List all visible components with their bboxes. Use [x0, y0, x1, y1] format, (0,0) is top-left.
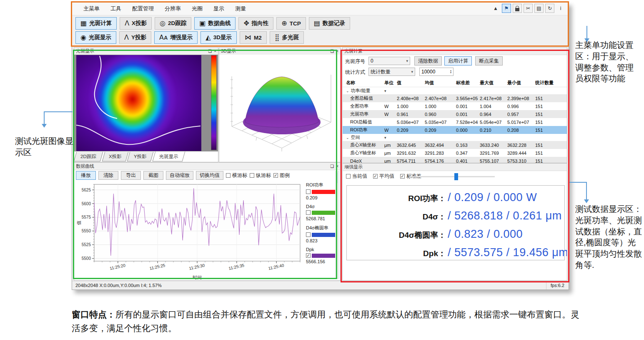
legend-bar-row	[306, 210, 338, 215]
table-row-ROI功率[interactable]: ROI功率W0.2090.2090.0000.2100.208151	[343, 126, 567, 134]
toolbar-button-X投影[interactable]: ΛX投影	[120, 17, 152, 30]
enhanced-check-平均值[interactable]: ✓平均值	[373, 173, 394, 180]
toolbar-button-3D显示[interactable]: ◭3D显示	[200, 31, 237, 44]
menu-item-配置管理[interactable]: 配置管理	[127, 3, 159, 15]
collapse-icon[interactable]: ▲	[491, 4, 500, 13]
legend-checkbox-icon[interactable]: ✓	[306, 253, 311, 258]
clear-data-button[interactable]: 清除数据	[414, 56, 442, 65]
chevron-down-icon[interactable]: ⌄	[346, 89, 349, 93]
tab-光斑显示[interactable]: 光斑显示	[153, 151, 185, 161]
stat-count-spinner[interactable]: 10000 ▴▾	[419, 68, 454, 76]
table-row-全图总幅值[interactable]: 全图总幅值2.408e+082.407e+083.565e+052.417e+0…	[343, 94, 567, 102]
toolbar-button-增强显示[interactable]: Aᴀ增强显示	[154, 31, 198, 44]
3d-panel-title: 3D显示	[221, 48, 236, 54]
toolbar-button-光斑显示[interactable]: ◉光斑显示	[75, 31, 116, 44]
pin-icon[interactable]: ⚑	[502, 4, 511, 13]
3d-surface-svg	[219, 55, 340, 161]
curve-button-自动缩放[interactable]: 自动缩放	[166, 171, 193, 180]
menu-item-光圈[interactable]: 光圈	[186, 3, 208, 15]
table-row-光斑功率[interactable]: 光斑功率W0.9610.9600.0010.9640.957151	[343, 110, 567, 118]
tab-label: X投影	[109, 154, 122, 160]
cell: 0.210	[480, 128, 507, 133]
menu-item-显示[interactable]: 显示	[208, 3, 230, 15]
toolbar-button-Y投影[interactable]: ΛY投影	[119, 31, 151, 44]
menu-item-分辨率[interactable]: 分辨率	[159, 3, 186, 15]
beam-image[interactable]	[76, 55, 201, 151]
data-curve-chart[interactable]: 55005525555055755600562511:25:2011:25:25…	[75, 181, 303, 281]
toolbar-button-多光斑[interactable]: ⣿多光斑	[270, 31, 304, 44]
font-size-slider[interactable]	[409, 176, 495, 177]
close-panel-icon[interactable]: ×	[336, 164, 338, 169]
tab-2D跟踪[interactable]: 2D跟踪	[74, 152, 103, 161]
table-group-row-空间[interactable]: ⌄空间▾	[343, 134, 567, 141]
stat-mode-combo[interactable]: 统计数量▾	[368, 68, 415, 76]
column-header: 统计数量	[535, 80, 560, 86]
curve-legend: ROI功率0.209D4σ5268.781D4σ椭圆率0.823Dpk✓5566…	[306, 182, 338, 268]
toolbar-button-数据曲线[interactable]: ▣数据曲线	[194, 17, 236, 30]
legend-checkbox-icon[interactable]	[306, 232, 311, 237]
legend-checkbox-icon[interactable]	[306, 189, 311, 194]
toolbar-button-指向性[interactable]: ✥指向性	[238, 17, 273, 30]
slider-handle[interactable]	[454, 173, 458, 180]
legend-checkbox-icon[interactable]	[306, 210, 311, 215]
scissors-icon[interactable]: ✂	[524, 4, 533, 13]
svg-text:11:25:20: 11:25:20	[109, 263, 126, 271]
curve-button-导出[interactable]: 导出	[121, 171, 141, 180]
table-row-质心Y轴坐标[interactable]: 质心Y轴坐标μm3291.6323291.2830.3473291.769328…	[343, 149, 567, 157]
curve-button-截图[interactable]: 截图	[143, 171, 163, 180]
spot-seq-combo[interactable]: 0▾	[368, 57, 410, 65]
checkbox-icon[interactable]: ✓	[273, 173, 278, 178]
chevron-down-icon[interactable]: ▾	[384, 136, 386, 140]
close-panel-icon[interactable]: ×	[214, 49, 216, 53]
tab-X投影[interactable]: X投影	[102, 152, 128, 161]
curve-check-横游标[interactable]: 横游标	[226, 172, 247, 179]
lock-icon[interactable]	[513, 4, 522, 13]
table-row-ROI总幅值[interactable]: ROI总幅值5.036e+075.035e+077.528e+045.054e+…	[343, 118, 567, 126]
checkbox-icon[interactable]: ✓	[400, 174, 405, 179]
chevron-down-icon[interactable]: ⌄	[346, 136, 349, 140]
float-panel-icon[interactable]: ❏	[330, 164, 334, 169]
menu-item-主菜单[interactable]: 主菜单	[78, 3, 105, 15]
table-row-质心X轴坐标[interactable]: 质心X轴坐标μm3632.6453632.4940.1633633.240363…	[343, 141, 567, 149]
chevron-down-icon[interactable]: ▾	[384, 89, 386, 93]
toolbar-button-光斑计算[interactable]: ▦光斑计算	[75, 17, 117, 30]
tab-Y投影[interactable]: Y投影	[127, 152, 153, 161]
history-icon[interactable]: ↻	[545, 4, 554, 13]
float-panel-icon[interactable]: ❏	[330, 49, 334, 53]
enhanced-check-当前值[interactable]: 当前值	[346, 173, 367, 180]
close-panel-icon[interactable]: ×	[336, 49, 338, 53]
curve-button-清除[interactable]: 清除	[98, 171, 118, 180]
annotation-arrowhead-right	[584, 199, 589, 203]
breakpoint-capture-button[interactable]: 断点采集	[475, 56, 503, 65]
curve-button-切换均值[interactable]: 切换均值	[196, 171, 223, 180]
toolbar-button-2D跟踪[interactable]: ◎2D跟踪	[155, 17, 191, 30]
curve-check-纵游标[interactable]: 纵游标	[250, 172, 271, 179]
spinner-arrows-icon[interactable]: ▴▾	[450, 70, 451, 74]
check-label: 平均值	[379, 173, 394, 180]
curve-scrollbar[interactable]	[335, 171, 339, 279]
table-group-row-功率/能量[interactable]: ⌄功率/能量▾	[343, 87, 567, 94]
checkbox-icon[interactable]: ✓	[373, 174, 378, 179]
checkbox-icon[interactable]	[346, 174, 351, 179]
legend-name: D4σ	[306, 204, 338, 209]
cell: 光斑功率	[343, 111, 384, 117]
curve-button-播放[interactable]: 播放	[76, 171, 96, 180]
checkbox-icon[interactable]	[226, 173, 231, 178]
toolbar-button-M2[interactable]: ⋈M2	[240, 31, 267, 44]
save-record-icon[interactable]: ▤	[534, 4, 544, 13]
legend-name: Dpk	[306, 247, 338, 252]
cell: 0.401	[456, 159, 480, 164]
cell: 0.964	[480, 112, 507, 117]
menu-item-工具[interactable]: 工具	[105, 3, 127, 15]
toolbar-button-TCP[interactable]: ⊕TCP	[276, 17, 306, 30]
table-row-D4σX[interactable]: D4σXμm5754.7115754.1760.4015755.1075753.…	[343, 157, 567, 163]
info-icon[interactable]: i	[556, 4, 565, 13]
float-panel-icon[interactable]: ❏	[208, 49, 212, 53]
toolbar-button-数据记录[interactable]: ▤数据记录	[309, 17, 350, 30]
menu-item-测量[interactable]: 测量	[230, 3, 251, 15]
3d-surface-plot[interactable]	[219, 55, 340, 162]
enable-calc-button[interactable]: 启用计算	[444, 56, 472, 65]
curve-check-图例[interactable]: ✓图例	[273, 172, 290, 179]
checkbox-icon[interactable]	[250, 173, 254, 178]
table-row-全图功率[interactable]: 全图功率W1.0001.0000.0011.0040.996151	[343, 102, 567, 110]
